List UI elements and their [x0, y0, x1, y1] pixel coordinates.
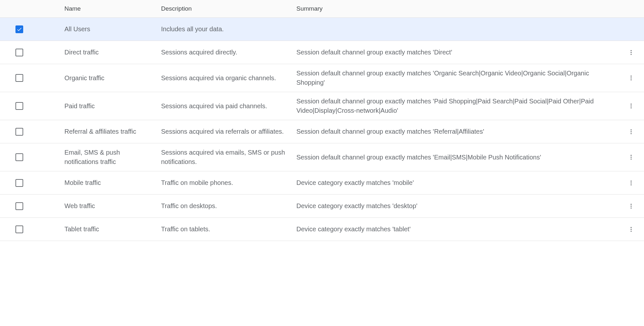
row-summary: Session default channel group exactly ma… [296, 153, 618, 162]
table-row[interactable]: Paid trafficSessions acquired via paid c… [0, 92, 644, 120]
svg-point-25 [630, 229, 631, 230]
svg-point-19 [630, 182, 631, 183]
row-summary: Device category exactly matches 'mobile' [296, 178, 618, 187]
row-checkbox[interactable] [15, 153, 23, 161]
row-description: Traffic on mobile phones. [161, 178, 296, 187]
table-row[interactable]: Email, SMS & push notifications trafficS… [0, 143, 644, 171]
svg-point-9 [630, 104, 631, 105]
more-vert-icon[interactable] [625, 177, 638, 189]
row-description: Traffic on tablets. [161, 225, 296, 234]
row-summary: Device category exactly matches 'desktop… [296, 201, 618, 211]
row-checkbox[interactable] [15, 25, 23, 33]
row-name: Tablet traffic [64, 225, 161, 234]
checkbox-cell [0, 49, 64, 56]
table-row[interactable]: Tablet trafficTraffic on tablets.Device … [0, 218, 644, 241]
more-vert-icon[interactable] [625, 46, 638, 59]
row-description: Sessions acquired via paid channels. [161, 101, 296, 111]
svg-point-5 [630, 54, 631, 55]
svg-point-14 [630, 133, 631, 134]
svg-point-22 [630, 206, 631, 206]
row-description: Sessions acquired via organic channels. [161, 73, 296, 83]
row-name: Email, SMS & push notifications traffic [64, 148, 161, 167]
svg-point-16 [630, 157, 631, 158]
row-summary: Session default channel group exactly ma… [296, 97, 618, 115]
svg-point-15 [630, 155, 631, 156]
action-cell [618, 151, 644, 164]
row-name: Mobile traffic [64, 178, 161, 187]
row-checkbox[interactable] [15, 102, 23, 110]
checkbox-cell [0, 225, 64, 233]
action-cell [618, 100, 644, 112]
svg-point-10 [630, 105, 631, 106]
row-name: Referral & affiliates traffic [64, 127, 161, 136]
checkbox-cell [0, 102, 64, 110]
checkbox-cell [0, 74, 64, 82]
header-name: Name [64, 5, 161, 12]
svg-point-6 [630, 76, 631, 77]
table-row[interactable]: Referral & affiliates trafficSessions ac… [0, 120, 644, 143]
row-checkbox[interactable] [15, 128, 23, 136]
checkbox-cell [0, 153, 64, 161]
row-name: All Users [64, 24, 161, 34]
table-body: All UsersIncludes all your data.Direct t… [0, 18, 644, 241]
row-checkbox[interactable] [15, 225, 23, 233]
svg-point-23 [630, 207, 631, 208]
svg-point-11 [630, 107, 631, 108]
table-row[interactable]: Direct trafficSessions acquired directly… [0, 41, 644, 64]
row-description: Sessions acquired directly. [161, 48, 296, 57]
comparisons-table: Name Description Summary All UsersInclud… [0, 0, 644, 241]
svg-point-21 [630, 204, 631, 205]
action-cell [618, 200, 644, 213]
action-cell [618, 177, 644, 189]
action-cell [618, 72, 644, 84]
row-name: Direct traffic [64, 48, 161, 57]
table-row[interactable]: Mobile trafficTraffic on mobile phones.D… [0, 171, 644, 195]
svg-point-24 [630, 227, 631, 228]
checkbox-cell [0, 25, 64, 33]
action-cell [618, 46, 644, 59]
more-vert-icon[interactable] [625, 72, 638, 84]
header-summary: Summary [296, 5, 618, 12]
more-vert-icon[interactable] [625, 200, 638, 213]
svg-point-8 [630, 79, 631, 80]
svg-point-18 [630, 180, 631, 181]
more-vert-icon[interactable] [625, 223, 638, 236]
row-checkbox[interactable] [15, 202, 23, 210]
row-checkbox[interactable] [15, 49, 23, 56]
action-cell [618, 125, 644, 138]
row-summary: Device category exactly matches 'tablet' [296, 225, 618, 234]
checkbox-cell [0, 128, 64, 136]
svg-point-26 [630, 231, 631, 232]
row-checkbox[interactable] [15, 179, 23, 187]
row-description: Sessions acquired via referrals or affil… [161, 127, 296, 136]
row-name: Paid traffic [64, 101, 161, 111]
svg-point-12 [630, 129, 631, 130]
svg-point-7 [630, 77, 631, 78]
more-vert-icon[interactable] [625, 100, 638, 112]
row-description: Traffic on desktops. [161, 201, 296, 211]
more-vert-icon[interactable] [625, 151, 638, 164]
svg-point-13 [630, 131, 631, 132]
svg-point-17 [630, 158, 631, 159]
row-summary: Session default channel group exactly ma… [296, 69, 618, 87]
svg-point-20 [630, 184, 631, 185]
table-header-row: Name Description Summary [0, 0, 644, 18]
row-checkbox[interactable] [15, 74, 23, 82]
row-summary: Session default channel group exactly ma… [296, 127, 618, 136]
action-cell [618, 23, 644, 36]
checkbox-cell [0, 202, 64, 210]
row-description: Sessions acquired via emails, SMS or pus… [161, 148, 296, 167]
table-row[interactable]: Organic trafficSessions acquired via org… [0, 64, 644, 92]
table-row[interactable]: All UsersIncludes all your data. [0, 18, 644, 41]
row-name: Web traffic [64, 201, 161, 211]
checkbox-cell [0, 179, 64, 187]
row-name: Organic traffic [64, 73, 161, 83]
table-row[interactable]: Web trafficTraffic on desktops.Device ca… [0, 195, 644, 218]
header-description: Description [161, 5, 296, 12]
svg-point-3 [630, 50, 631, 51]
row-summary: Session default channel group exactly ma… [296, 48, 618, 57]
svg-point-4 [630, 52, 631, 53]
more-vert-icon[interactable] [625, 125, 638, 138]
table-container: Name Description Summary All UsersInclud… [0, 0, 644, 241]
action-cell [618, 223, 644, 236]
